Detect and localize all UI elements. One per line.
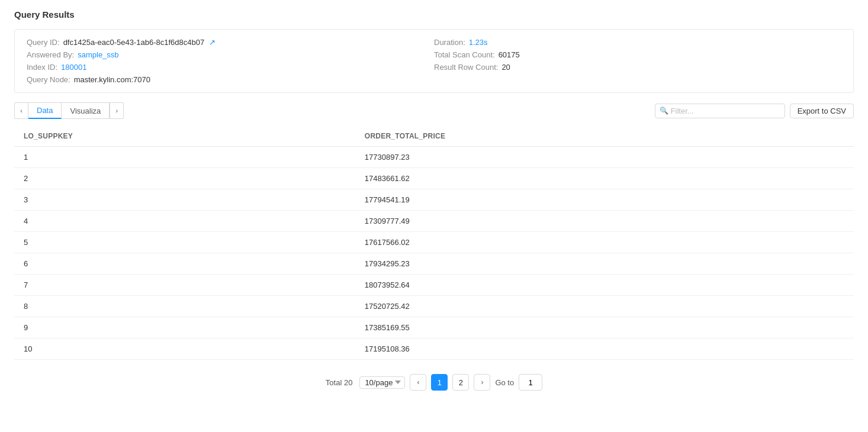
tab-next-btn[interactable]: › [110, 102, 124, 119]
table-row: 7 18073952.64 [14, 275, 854, 296]
total-scan-row: Total Scan Count: 60175 [434, 50, 841, 59]
table-row: 6 17934295.23 [14, 253, 854, 275]
duration-row: Duration: 1.23s [434, 38, 841, 47]
cell-order-total-price: 17730897.23 [355, 147, 854, 168]
cell-lo-suppkey: 9 [14, 317, 355, 338]
table-row: 5 17617566.02 [14, 232, 854, 253]
tabs-wrapper: ‹ Data Visualiza › [14, 102, 124, 119]
cell-lo-suppkey: 8 [14, 296, 355, 317]
meta-panel: Query ID: dfc1425a-eac0-5e43-1ab6-8c1f6d… [14, 29, 854, 93]
duration-label: Duration: [434, 38, 465, 47]
table-header: LO_SUPPKEY ORDER_TOTAL_PRICE [14, 126, 854, 147]
query-id-value: dfc1425a-eac0-5e43-1ab6-8c1f6d8c4b07 ↗ [63, 38, 216, 47]
total-scan-value: 60175 [499, 50, 520, 59]
cell-lo-suppkey: 10 [14, 338, 355, 360]
cell-lo-suppkey: 6 [14, 253, 355, 275]
index-id-row: Index ID: 180001 [27, 63, 434, 72]
meta-left: Query ID: dfc1425a-eac0-5e43-1ab6-8c1f6d… [27, 38, 434, 84]
tab-prev-btn[interactable]: ‹ [14, 102, 28, 119]
tab-data[interactable]: Data [28, 102, 62, 119]
table-row: 2 17483661.62 [14, 168, 854, 189]
meta-right: Duration: 1.23s Total Scan Count: 60175 … [434, 38, 841, 84]
query-id-label: Query ID: [27, 38, 60, 47]
total-scan-label: Total Scan Count: [434, 50, 495, 59]
cell-lo-suppkey: 2 [14, 168, 355, 189]
goto-label: Go to [495, 378, 514, 387]
answered-by-label: Answered By: [27, 50, 74, 59]
index-id-value[interactable]: 180001 [61, 63, 86, 72]
page-2-btn[interactable]: 2 [452, 374, 469, 391]
index-id-label: Index ID: [27, 63, 57, 72]
page-title: Query Results [14, 9, 854, 20]
export-csv-button[interactable]: Export to CSV [790, 104, 854, 118]
cell-lo-suppkey: 3 [14, 189, 355, 211]
prev-page-btn[interactable]: ‹ [410, 374, 426, 391]
page-1-btn[interactable]: 1 [431, 374, 448, 391]
right-controls: 🔍 Export to CSV [655, 104, 854, 118]
answered-by-value[interactable]: sample_ssb [78, 50, 118, 59]
table-row: 9 17385169.55 [14, 317, 854, 338]
result-row-label: Result Row Count: [434, 63, 498, 72]
external-link-icon[interactable]: ↗ [209, 38, 216, 47]
cell-lo-suppkey: 1 [14, 147, 355, 168]
table-row: 4 17309777.49 [14, 211, 854, 232]
cell-order-total-price: 17385169.55 [355, 317, 854, 338]
result-row-count-row: Result Row Count: 20 [434, 63, 841, 72]
cell-order-total-price: 17195108.36 [355, 338, 854, 360]
table-row: 3 17794541.19 [14, 189, 854, 211]
answered-by-row: Answered By: sample_ssb [27, 50, 434, 59]
pagination: Total 20 10/page 20/page 50/page ‹ 1 2 ›… [14, 369, 854, 395]
table-row: 10 17195108.36 [14, 338, 854, 360]
result-row-value: 20 [501, 63, 510, 72]
filter-wrap: 🔍 [655, 104, 785, 118]
goto-input[interactable] [519, 374, 542, 391]
cell-order-total-price: 17520725.42 [355, 296, 854, 317]
header-row: LO_SUPPKEY ORDER_TOTAL_PRICE [14, 126, 854, 147]
cell-order-total-price: 18073952.64 [355, 275, 854, 296]
toolbar: ‹ Data Visualiza › 🔍 Export to CSV [14, 102, 854, 119]
cell-order-total-price: 17794541.19 [355, 189, 854, 211]
col-order-total-price: ORDER_TOTAL_PRICE [355, 126, 854, 147]
cell-lo-suppkey: 5 [14, 232, 355, 253]
cell-order-total-price: 17483661.62 [355, 168, 854, 189]
results-table: LO_SUPPKEY ORDER_TOTAL_PRICE 1 17730897.… [14, 126, 854, 360]
cell-order-total-price: 17617566.02 [355, 232, 854, 253]
query-node-value: master.kylin.com:7070 [74, 75, 150, 84]
col-lo-suppkey: LO_SUPPKEY [14, 126, 355, 147]
query-node-label: Query Node: [27, 75, 70, 84]
query-id-row: Query ID: dfc1425a-eac0-5e43-1ab6-8c1f6d… [27, 38, 434, 47]
cell-lo-suppkey: 4 [14, 211, 355, 232]
query-node-row: Query Node: master.kylin.com:7070 [27, 75, 434, 84]
cell-order-total-price: 17309777.49 [355, 211, 854, 232]
table-body: 1 17730897.23 2 17483661.62 3 17794541.1… [14, 147, 854, 360]
tab-visualiza[interactable]: Visualiza [62, 102, 110, 119]
next-page-btn[interactable]: › [474, 374, 490, 391]
search-icon: 🔍 [660, 107, 668, 115]
cell-order-total-price: 17934295.23 [355, 253, 854, 275]
filter-input[interactable] [655, 104, 785, 118]
pagination-total: Total 20 [326, 378, 353, 387]
table-row: 8 17520725.42 [14, 296, 854, 317]
table-row: 1 17730897.23 [14, 147, 854, 168]
duration-value: 1.23s [469, 38, 488, 47]
cell-lo-suppkey: 7 [14, 275, 355, 296]
per-page-select[interactable]: 10/page 20/page 50/page [359, 376, 405, 389]
